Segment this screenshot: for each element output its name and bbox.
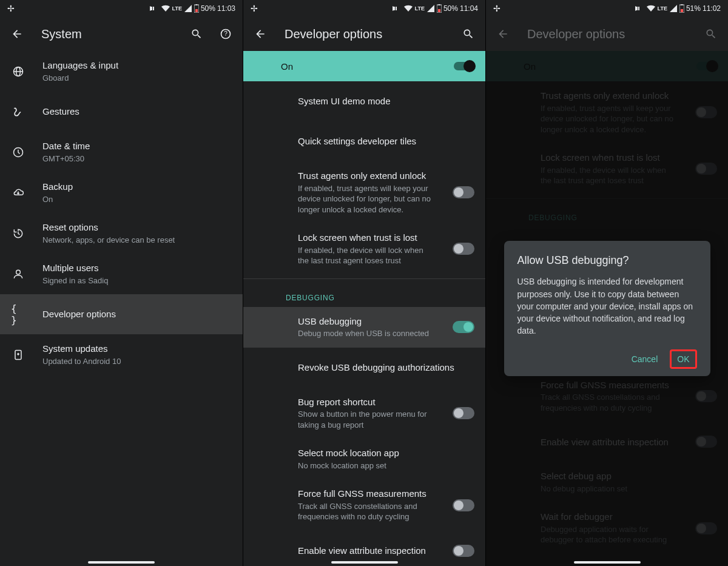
item-title: Multiple users	[42, 262, 232, 274]
lte-label: LTE	[172, 5, 182, 12]
item-title: Bug report shortcut	[298, 396, 436, 408]
braces-icon: { }	[11, 303, 25, 326]
notification-icon: ✢	[7, 4, 15, 13]
help-button[interactable]: ?	[218, 27, 233, 41]
item-title: System updates	[42, 343, 232, 355]
item-subtitle: Signed in as Sadiq	[42, 275, 232, 286]
screen-developer-options: ✢ LTE 50% 11:04 Developer options On Sys…	[243, 0, 485, 566]
battery-pct: 50%	[443, 4, 458, 13]
dev-options-list[interactable]: System UI demo modeQuick settings develo…	[243, 81, 485, 566]
item-subtitle: Network, apps, or device can be reset	[42, 235, 232, 246]
signal-icon	[669, 5, 678, 12]
item-title: Developer options	[42, 308, 232, 320]
toggle-switch[interactable]	[453, 545, 474, 557]
search-button[interactable]	[461, 27, 476, 41]
item-title: Languages & input	[42, 59, 232, 72]
item-subtitle: Gboard	[42, 73, 232, 84]
cloud-icon	[11, 187, 25, 199]
nav-gesture-bar[interactable]	[88, 561, 155, 564]
person-icon	[11, 268, 25, 280]
notification-icon: ✢	[251, 4, 258, 13]
toggle-switch[interactable]	[453, 407, 474, 419]
settings-list[interactable]: Languages & inputGboardGesturesDate & ti…	[0, 51, 243, 566]
item-subtitle: Debug mode when USB is connected	[298, 328, 436, 339]
item-subtitle: On	[42, 194, 232, 205]
nav-gesture-bar[interactable]	[574, 561, 641, 564]
item-title: Reset options	[42, 221, 232, 234]
svg-rect-1	[195, 9, 198, 12]
list-item[interactable]: Multiple usersSigned in as Sadiq	[0, 254, 243, 294]
battery-icon	[679, 4, 684, 13]
search-button	[704, 27, 718, 41]
item-subtitle: Show a button in the power menu for taki…	[298, 409, 436, 430]
toggle-switch[interactable]	[453, 499, 474, 511]
list-item[interactable]: Trust agents only extend unlockIf enable…	[243, 161, 485, 223]
gesture-icon	[11, 106, 25, 118]
master-toggle-row[interactable]: On	[243, 51, 485, 81]
dialog-overlay: Allow USB debugging? USB debugging is in…	[486, 51, 728, 566]
list-item[interactable]: Revoke USB debugging authorizations	[243, 348, 485, 388]
signal-icon	[426, 5, 435, 12]
toggle-switch[interactable]	[453, 186, 474, 198]
list-item[interactable]: System UI demo mode	[243, 81, 485, 121]
svg-rect-2	[195, 4, 197, 5]
list-item[interactable]: { }Developer options	[0, 294, 243, 334]
wifi-icon	[161, 5, 170, 12]
item-title: Select mock location app	[298, 447, 474, 459]
item-subtitle: If enabled, trust agents will keep your …	[298, 183, 436, 215]
item-title: System UI demo mode	[298, 95, 474, 107]
battery-icon	[437, 4, 442, 13]
list-item[interactable]: Reset optionsNetwork, apps, or device ca…	[0, 213, 243, 254]
list-item[interactable]: System updatesUpdated to Android 10	[0, 334, 243, 375]
back-button[interactable]	[10, 27, 24, 41]
list-item[interactable]: Gestures	[0, 92, 243, 132]
list-item[interactable]: Languages & inputGboard	[0, 51, 243, 92]
item-subtitle: GMT+05:30	[42, 153, 232, 164]
list-item[interactable]: BackupOn	[0, 172, 243, 213]
list-item[interactable]: Bug report shortcutShow a button in the …	[243, 388, 485, 439]
item-title: Lock screen when trust is lost	[298, 232, 436, 244]
dialog-body: USB debugging is intended for developmen…	[517, 275, 697, 337]
list-item[interactable]: USB debuggingDebug mode when USB is conn…	[243, 307, 485, 348]
item-title: Gestures	[42, 106, 232, 118]
item-title: USB debugging	[298, 315, 436, 328]
clock-text: 11:03	[217, 4, 235, 13]
item-title: Force full GNSS measurements	[298, 488, 436, 500]
toggle-switch[interactable]	[453, 321, 474, 333]
status-bar: ✢ LTE 50% 11:04	[243, 0, 485, 17]
screen-system-settings: ✢ LTE 50% 11:03 System ? Languages & inp…	[0, 0, 243, 566]
search-button[interactable]	[189, 27, 204, 41]
cancel-button[interactable]: Cancel	[624, 349, 666, 369]
master-toggle-switch[interactable]	[454, 62, 474, 70]
back-button	[496, 27, 510, 41]
list-item[interactable]: Lock screen when trust is lostIf enabled…	[243, 223, 485, 275]
item-subtitle: Updated to Android 10	[42, 356, 232, 367]
page-title: Developer options	[527, 27, 687, 41]
list-item[interactable]: Quick settings developer tiles	[243, 121, 485, 161]
svg-rect-15	[681, 9, 683, 12]
wifi-icon	[403, 5, 413, 12]
update-icon	[11, 349, 25, 361]
list-item[interactable]: Select mock location appNo mock location…	[243, 439, 485, 479]
item-title: Date & time	[42, 140, 232, 152]
list-item[interactable]: Date & timeGMT+05:30	[0, 132, 243, 172]
toggle-switch[interactable]	[453, 243, 474, 255]
vowifi-icon	[635, 5, 644, 12]
wifi-icon	[646, 5, 656, 12]
nav-gesture-bar[interactable]	[331, 561, 398, 564]
vowifi-icon	[392, 5, 402, 12]
battery-pct: 50%	[201, 4, 215, 13]
status-bar: ✢ LTE 51% 11:02	[486, 0, 728, 17]
section-header-debugging: Debugging	[243, 283, 485, 307]
back-button[interactable]	[253, 27, 268, 41]
clock-text: 11:04	[460, 4, 478, 13]
lte-label: LTE	[658, 5, 667, 12]
svg-point-9	[16, 270, 21, 274]
list-item[interactable]: Force full GNSS measurementsTrack all GN…	[243, 479, 485, 531]
master-toggle-label: On	[281, 61, 454, 72]
item-title: Backup	[42, 181, 232, 193]
ok-button[interactable]: OK	[670, 349, 696, 369]
item-subtitle: Track all GNSS constellations and freque…	[298, 501, 436, 522]
vowifi-icon	[149, 5, 159, 12]
lte-label: LTE	[415, 5, 425, 12]
